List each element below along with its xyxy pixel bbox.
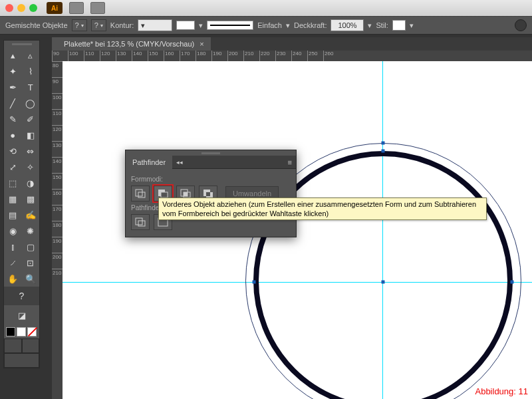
opacity-label: Deckkraft: xyxy=(294,21,327,29)
collapse-icon[interactable]: ◂◂ xyxy=(172,159,187,166)
column-graph-tool[interactable]: ⫿ xyxy=(4,239,22,255)
dropdown-icon: ▾ xyxy=(410,21,414,30)
scale-tool[interactable]: ⤢ xyxy=(4,159,22,175)
dropdown-icon: ▾ xyxy=(286,21,290,30)
panel-menu-icon[interactable]: ≡ xyxy=(284,158,296,166)
draw-normal[interactable] xyxy=(4,338,22,353)
unite-button[interactable] xyxy=(131,186,150,201)
screen-mode[interactable] xyxy=(4,353,39,368)
anchor-point[interactable] xyxy=(511,281,514,284)
style-swatch[interactable] xyxy=(392,20,406,31)
ruler-tick: 110 xyxy=(52,109,63,125)
ruler-tick: 180 xyxy=(52,221,63,237)
ruler-tick: 220 xyxy=(259,51,275,61)
arrange-documents-button[interactable] xyxy=(90,2,105,14)
anchor-point[interactable] xyxy=(382,281,385,284)
svg-rect-11 xyxy=(138,221,145,226)
app-badge: Ai xyxy=(47,2,63,14)
shape-builder-tool[interactable]: ◑ xyxy=(22,175,40,191)
perspective-tool[interactable]: ▦ xyxy=(4,191,22,207)
direct-selection-tool[interactable]: ▵ xyxy=(22,47,40,63)
fill-dropdown[interactable]: ?▾ xyxy=(72,19,87,31)
zoom-tool[interactable]: 🔍 xyxy=(22,271,40,287)
gradient-tool[interactable]: ▤ xyxy=(4,207,22,223)
document-tab[interactable]: Plakette* bei 123,5 % (CMYK/Vorschau) × xyxy=(52,37,211,51)
control-bar: Gemischte Objekte ?▾ ?▾ Kontur: ▾ ▾ Einf… xyxy=(0,16,532,35)
ruler-tick: 200 xyxy=(227,51,243,61)
ruler-tick: 200 xyxy=(52,253,63,269)
ruler-tick: 130 xyxy=(52,141,63,157)
document-tab-label: Plakette* bei 123,5 % (CMYK/Vorschau) xyxy=(64,40,194,48)
dropdown-icon: ▾ xyxy=(368,21,372,30)
eraser-tool[interactable]: ◧ xyxy=(22,127,40,143)
paintbrush-tool[interactable]: ✎ xyxy=(4,111,22,127)
eyedropper-tool[interactable]: ✍ xyxy=(22,207,40,223)
figure-caption: Abbildung: 11 xyxy=(475,386,528,396)
vertical-ruler: 8090100110120130140150160170180190200210 xyxy=(52,61,63,399)
pen-tool[interactable]: ✒ xyxy=(4,79,22,95)
ruler-tick: 80 xyxy=(52,61,63,77)
ruler-tick: 110 xyxy=(84,51,100,61)
magic-wand-tool[interactable]: ✦ xyxy=(4,63,22,79)
anchor-point[interactable] xyxy=(382,150,385,153)
toolbox-grip[interactable] xyxy=(4,41,39,47)
stroke-dropdown[interactable]: ?▾ xyxy=(91,19,106,31)
ruler-tick: 150 xyxy=(52,173,63,189)
reflect-tool[interactable]: ⇔ xyxy=(22,143,40,159)
panel-header: Pathfinder ◂◂ ≡ xyxy=(126,156,296,169)
hand-tool[interactable]: ✋ xyxy=(4,271,22,287)
symbol-sprayer-tool[interactable]: ✺ xyxy=(22,223,40,239)
ruler-tick: 140 xyxy=(132,51,148,61)
opacity-input[interactable]: 100% xyxy=(331,19,364,31)
fill-stroke-tool[interactable]: ◪ xyxy=(4,305,39,325)
width-profile[interactable] xyxy=(207,21,253,30)
ruler-tick: 180 xyxy=(196,51,211,61)
ellipse-tool[interactable]: ◯ xyxy=(22,95,40,111)
none-swatch[interactable] xyxy=(27,327,37,336)
ruler-tick: 140 xyxy=(52,157,63,173)
width-tool[interactable]: ✧ xyxy=(22,159,40,175)
ruler-tick: 90 xyxy=(52,77,63,93)
selection-tool[interactable]: ▴ xyxy=(4,47,22,63)
minimize-window-button[interactable] xyxy=(17,4,25,12)
panel-options-icon[interactable] xyxy=(515,19,527,31)
stroke-weight-input[interactable]: ▾ xyxy=(138,19,172,31)
mesh-tool[interactable]: ▩ xyxy=(22,191,40,207)
anchor-point[interactable] xyxy=(382,142,385,145)
white-swatch[interactable] xyxy=(17,327,26,336)
ruler-tick: 120 xyxy=(100,51,116,61)
artboard-tool[interactable]: ▢ xyxy=(22,239,40,255)
line-tool[interactable]: ╱ xyxy=(4,95,22,111)
slice-select-tool[interactable]: ⊡ xyxy=(22,255,40,271)
divide-button[interactable] xyxy=(131,214,150,230)
svg-rect-6 xyxy=(184,192,188,196)
ruler-tick: 190 xyxy=(52,237,63,253)
unknown-tool[interactable]: ? xyxy=(4,287,39,305)
bridge-button[interactable] xyxy=(69,2,84,14)
ruler-tick: 160 xyxy=(52,189,63,205)
close-tab-icon[interactable]: × xyxy=(200,40,203,48)
blob-brush-tool[interactable]: ● xyxy=(4,127,22,143)
svg-rect-10 xyxy=(136,218,142,225)
stroke-swatch[interactable] xyxy=(176,21,195,30)
rotate-tool[interactable]: ⟲ xyxy=(4,143,22,159)
ruler-tick: 90 xyxy=(52,51,68,61)
lasso-tool[interactable]: ⌇ xyxy=(22,63,40,79)
free-transform-tool[interactable]: ⬚ xyxy=(4,175,22,191)
slice-tool[interactable]: ⟋ xyxy=(4,255,22,271)
blend-tool[interactable]: ◉ xyxy=(4,223,22,239)
brush-label: Einfach xyxy=(257,21,282,29)
pathfinder-panel[interactable]: Pathfinder ◂◂ ≡ Formmodi: Umwandeln Path… xyxy=(125,150,297,237)
titlebar: Ai xyxy=(0,0,532,16)
black-swatch[interactable] xyxy=(6,327,15,336)
svg-rect-0 xyxy=(136,190,142,196)
anchor-point[interactable] xyxy=(253,281,256,284)
tooltip: Vorderes Objekt abziehen (zum Erstellen … xyxy=(158,198,487,220)
close-window-button[interactable] xyxy=(5,4,13,12)
panel-tab-pathfinder[interactable]: Pathfinder xyxy=(126,156,172,169)
pencil-tool[interactable]: ✐ xyxy=(22,111,40,127)
type-tool[interactable]: T xyxy=(22,79,40,95)
kontur-label: Kontur: xyxy=(110,21,134,29)
zoom-window-button[interactable] xyxy=(29,4,37,12)
draw-behind[interactable] xyxy=(22,338,40,353)
